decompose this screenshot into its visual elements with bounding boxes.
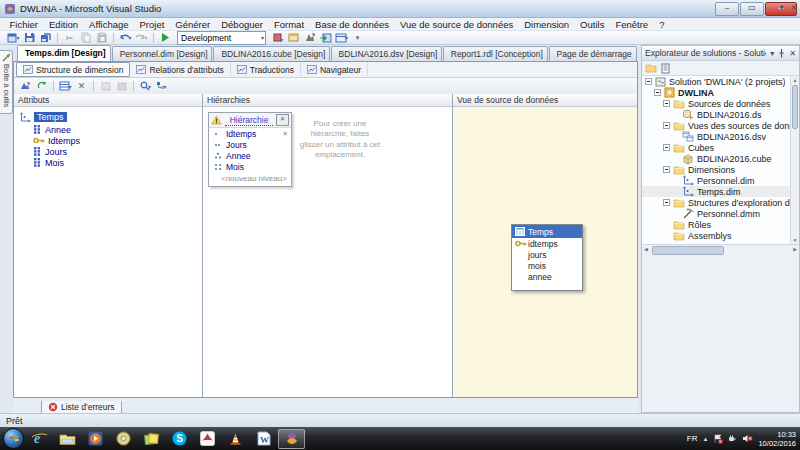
document-tab-3[interactable]: BDLINA2016.dsv [Design] [331,46,442,61]
word-taskbar-button[interactable]: W [250,429,277,449]
menu-item-4[interactable]: Générer [170,19,216,30]
toolbar-overflow-handle[interactable]: ▾ [350,31,365,44]
hierarchy-title[interactable]: Hiérarchie [225,115,273,126]
active-files-dropdown-icon[interactable]: ▼ [777,3,785,12]
maximize-button[interactable]: ▭ [740,2,764,16]
dsv-column-1[interactable]: jours [512,249,582,260]
add-attribute-button[interactable]: ▾ [58,80,73,93]
minimize-button[interactable]: – [715,2,739,16]
hierarchy-level-0[interactable]: Idtemps✕ [209,128,291,139]
cut-button[interactable]: ✂ [62,31,77,44]
tree-item-1[interactable]: DWLINA [642,87,799,98]
tree-item-14[interactable]: Assemblys [642,230,799,241]
tree-expander-icon[interactable] [663,166,670,173]
scroll-thumb[interactable] [652,246,724,255]
new-level-placeholder[interactable]: <nouveau niveau> [209,172,291,186]
tree-expander-icon[interactable] [663,199,670,206]
close-pane-icon[interactable]: ✕ [789,49,796,58]
scroll-down-icon[interactable]: ▼ [791,236,799,244]
browse-button[interactable]: ▾ [334,31,349,44]
tree-item-12[interactable]: Personnel.dmm [642,208,799,219]
build-configuration-combo[interactable]: Development ▾ [177,31,266,45]
menu-item-0[interactable]: Fichier [4,19,44,30]
windows-explorer-taskbar-button[interactable] [54,429,81,449]
list-view-button[interactable] [114,80,129,93]
designer-tab-0[interactable]: Structure de dimension [16,62,130,77]
new-project-button[interactable]: ▾ [6,31,21,44]
hierarchy-menu-button[interactable]: ✕ [276,114,289,126]
solution-tree-horizontal-scrollbar[interactable]: ◀ ▶ [642,244,799,254]
save-button[interactable] [22,31,37,44]
undo-button[interactable]: ▾ [118,31,133,44]
close-document-icon[interactable]: ✕ [790,3,797,12]
copy-button[interactable] [78,31,93,44]
tree-item-0[interactable]: Solution 'DWLINA' (2 projets) [642,76,799,87]
adobe-reader-taskbar-button[interactable] [194,429,221,449]
process-dimension-button[interactable] [18,80,33,93]
menu-item-11[interactable]: Fenêtre [610,19,654,30]
language-indicator[interactable]: FR [687,434,698,443]
start-debugging-button[interactable] [158,31,173,44]
hierarchy-box[interactable]: Hiérarchie ✕ Idtemps✕JoursAnneeMois <nou… [208,112,292,187]
visual-studio-taskbar-button[interactable] [278,429,305,449]
tree-expander-icon[interactable] [663,122,670,129]
menu-item-6[interactable]: Format [268,19,309,30]
refresh-button[interactable] [34,80,49,93]
volume-muted-icon[interactable] [742,434,753,443]
designer-tab-1[interactable]: Relations d'attributs [130,63,230,76]
dsv-table[interactable]: Temps idtempsjoursmoisannee [511,224,583,291]
skype-taskbar-button[interactable]: S [166,429,193,449]
dsv-column-2[interactable]: mois [512,260,582,271]
menu-item-12[interactable]: ? [654,19,670,30]
tree-item-7[interactable]: BDLINA2016.cube [642,153,799,164]
attribute-item-3[interactable]: Mois [33,157,202,168]
document-tab-2[interactable]: BDLINA2016.cube [Design] [213,46,329,61]
tree-expander-icon[interactable] [654,89,661,96]
zoom-button[interactable]: ▾ [138,80,153,93]
scroll-right-icon[interactable]: ▶ [793,246,797,252]
process-button[interactable] [302,31,317,44]
menu-item-3[interactable]: Projet [134,19,170,30]
window-position-icon[interactable]: ▾ [770,49,774,58]
tree-item-4[interactable]: Vues des sources de données [642,120,799,131]
attribute-item-1[interactable]: Idtemps [33,135,202,146]
tree-item-5[interactable]: BDLINA2016.dsv [642,131,799,142]
clock[interactable]: 10:33 10/02/2016 [758,430,796,448]
menu-item-2[interactable]: Affichage [84,19,134,30]
power-plug-icon[interactable] [728,434,737,443]
tree-expander-icon[interactable] [663,100,670,107]
attribute-item-0[interactable]: Annee [33,124,202,135]
deploy-button[interactable] [318,31,333,44]
tree-item-9[interactable]: Personnel.dim [642,175,799,186]
document-tab-5[interactable]: Page de démarrage [549,46,637,61]
tree-expander-icon[interactable] [645,78,652,85]
menu-item-10[interactable]: Outils [575,19,610,30]
menu-item-7[interactable]: Base de données [310,19,395,30]
attribute-item-2[interactable]: Jours [33,146,202,157]
menu-item-5[interactable]: Déboguer [216,19,269,30]
tree-item-2[interactable]: Sources de données [642,98,799,109]
layout-button[interactable]: ▾ [154,80,169,93]
designer-tab-3[interactable]: Navigateur [301,63,368,76]
document-tab-1[interactable]: Personnel.dim [Design] [112,46,213,61]
grid-view-button[interactable] [98,80,113,93]
action-center-flag-icon[interactable] [713,434,723,444]
solution-tree-vertical-scrollbar[interactable]: ▲ ▼ [790,76,799,244]
remove-level-icon[interactable]: ✕ [283,130,288,138]
sticky-notes-taskbar-button[interactable] [138,429,165,449]
show-all-files-icon[interactable] [645,63,657,73]
designer-tab-2[interactable]: Traductions [231,63,301,76]
menu-item-8[interactable]: Vue de source de données [395,19,519,30]
toolbox-autohide-tab[interactable]: Boîte à outils [0,50,13,114]
scroll-thumb[interactable] [792,85,798,129]
delete-button[interactable]: ✕ [74,80,89,93]
tree-item-10[interactable]: Temps.dim [642,186,799,197]
start-button[interactable] [3,428,24,449]
dsv-column-3[interactable]: annee [512,271,582,282]
properties-icon[interactable] [661,63,671,74]
tree-item-3[interactable]: BDLINA2016.ds [642,109,799,120]
pin-icon[interactable] [778,49,785,58]
scroll-left-icon[interactable]: ◀ [644,246,648,252]
hierarchy-level-3[interactable]: Mois [209,161,291,172]
tree-item-13[interactable]: Rôles [642,219,799,230]
